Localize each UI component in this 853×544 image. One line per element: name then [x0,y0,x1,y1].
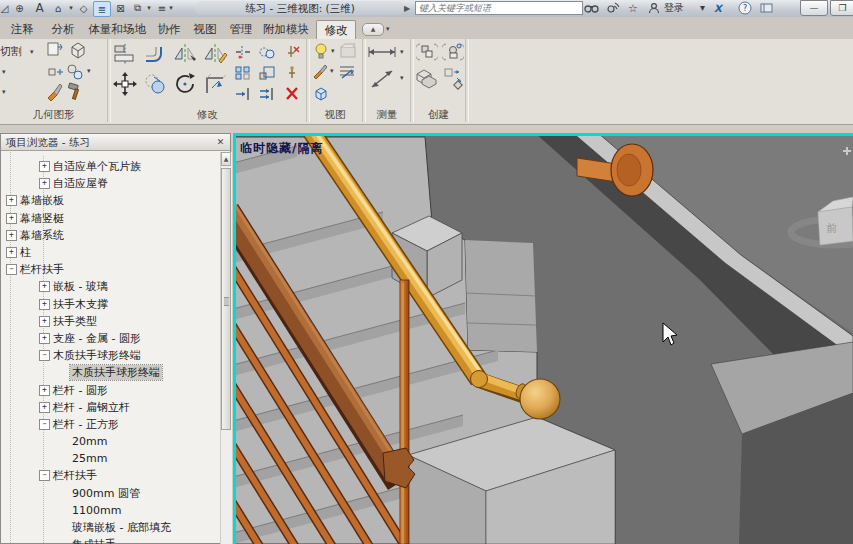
minimize-ribbon-button[interactable]: ▲ [362,23,384,36]
project-browser-header[interactable]: 项目浏览器 - 练习 ✕ [1,134,230,151]
tree-item[interactable]: 900mm 圆管 [1,485,219,502]
tab-annotate[interactable]: 注释 [5,20,39,39]
expand-plus-icon[interactable] [6,213,17,224]
thin-lines-toggle-icon[interactable] [338,63,357,80]
reveal-hidden-lightbulb-icon[interactable] [312,42,330,60]
tab-manage[interactable]: 管理 [224,20,258,39]
exchange-apps-icon[interactable]: X [714,1,730,15]
collapse-minus-icon[interactable] [39,350,50,361]
favorites-star-icon[interactable]: ☆ [628,1,638,15]
scale-icon[interactable] [258,65,276,81]
default-3d-view-caret-icon[interactable] [68,1,74,15]
expand-plus-icon[interactable] [39,402,50,413]
wall-joins-caret-icon[interactable] [87,68,91,75]
cut-geometry-caret-icon[interactable] [30,49,34,56]
tree-item[interactable]: 栏杆 - 正方形 [1,416,219,433]
tab-addins[interactable]: 附加模块 [260,20,312,39]
unpin-icon[interactable] [283,44,301,60]
collapse-minus-icon[interactable] [6,264,17,275]
infocenter-search-input[interactable] [415,1,583,15]
switch-windows-caret-icon[interactable] [146,1,152,15]
demolish-hammer-icon[interactable] [66,81,86,101]
trim-corner-icon[interactable] [203,72,227,96]
tab-modify[interactable]: 修改 [316,20,356,40]
join-caret-icon[interactable] [2,69,6,76]
tab-view[interactable]: 视图 [188,20,222,39]
tree-item[interactable]: 25mm [1,450,219,467]
switch-windows-icon[interactable]: ⧉ [130,1,145,15]
trim-extend-multi-icon[interactable] [258,86,276,102]
tree-item[interactable]: 自适应单个瓦片族 [1,158,219,175]
expand-plus-icon[interactable] [6,195,17,206]
minimize-button[interactable]: — [800,0,828,16]
signin-label[interactable]: 登录 [664,1,684,15]
restore-button[interactable]: ❐ [830,0,853,16]
tree-item[interactable]: 扶手木支撑 [1,296,219,313]
tree-item[interactable]: 幕墙嵌板 [1,192,219,209]
beam-column-joins-icon[interactable] [48,64,64,80]
search-binoculars-icon[interactable] [584,1,599,15]
customize-qat-icon[interactable]: ≡ [156,1,168,15]
viewport-3d[interactable]: 前 [233,133,853,544]
array-icon[interactable] [234,65,252,81]
copy-icon[interactable] [143,72,167,96]
paint-icon[interactable] [45,82,64,101]
rotate-icon[interactable] [173,72,197,96]
trim-extend-single-icon[interactable] [234,86,252,102]
measure-between-refs-icon[interactable] [366,45,398,59]
ball-terminal[interactable] [520,379,560,419]
title-expand-arrow-icon[interactable]: ▶ [404,4,410,13]
linework-brush-icon[interactable] [312,64,329,80]
measure-along-caret-icon[interactable] [400,75,404,82]
tree-item[interactable]: 幕墙系统 [1,227,219,244]
create-group-icon[interactable] [416,42,438,62]
expand-plus-icon[interactable] [39,178,50,189]
ribbon-display-caret-icon[interactable] [386,26,390,33]
measure-along-element-icon[interactable] [368,67,396,91]
pin-icon[interactable] [283,65,301,81]
expand-plus-icon[interactable] [39,385,50,396]
display-constraints-icon[interactable] [339,42,357,60]
default-3d-view-icon[interactable]: ⌂ [50,1,66,15]
tab-analyze[interactable]: 分析 [46,20,80,39]
create-parts-icon[interactable] [442,66,466,90]
tree-item[interactable]: 玻璃嵌板 - 底部填充 [1,519,219,536]
tree-item[interactable]: 集成扶手 [1,536,219,544]
tree-item[interactable]: 栏杆 - 圆形 [1,381,219,398]
tab-massing-site[interactable]: 体量和场地 [84,20,150,39]
measure-caret-icon[interactable] [400,49,404,56]
wall-joins-icon[interactable] [66,63,84,81]
tree-item[interactable]: 栏杆扶手 [1,467,219,484]
tree-item[interactable]: 20mm [1,433,219,450]
thin-lines-icon[interactable]: ≣ [93,1,111,17]
close-icon[interactable]: ✕ [214,136,227,149]
expand-plus-icon[interactable] [39,316,50,327]
scroll-up-icon[interactable]: ▲ [221,152,231,166]
expand-plus-icon[interactable] [6,247,17,258]
communication-center-icon[interactable] [606,1,620,15]
tree-item-selected[interactable]: 木质扶手球形终端 [1,364,219,381]
help-icon[interactable]: ? [738,1,753,15]
create-similar-icon[interactable] [442,42,464,62]
signin-person-icon[interactable] [648,1,660,15]
selection-box-icon[interactable] [312,84,330,102]
collapse-minus-icon[interactable] [39,470,50,481]
reveal-hidden-caret-icon[interactable] [331,48,335,55]
offset-icon[interactable] [142,43,168,65]
mirror-pick-axis-icon[interactable] [172,43,198,65]
scrollbar-thumb[interactable] [221,168,231,430]
delete-icon[interactable] [283,86,301,102]
expand-plus-icon[interactable] [39,333,50,344]
split-gap-icon[interactable] [258,44,276,60]
move-icon[interactable] [113,72,137,96]
collapse-minus-icon[interactable] [39,419,50,430]
text-icon[interactable]: A [32,1,47,15]
cope-icon[interactable] [46,41,64,59]
tree-item[interactable]: 栏杆 - 扁钢立杆 [1,399,219,416]
tab-collaborate[interactable]: 协作 [152,20,186,39]
cut-geometry-label[interactable]: 切割 [0,44,22,59]
tree-item[interactable]: 扶手类型 [1,313,219,330]
tree-item[interactable]: 幕墙竖梃 [1,210,219,227]
create-assembly-icon[interactable] [414,66,438,90]
split-icon[interactable] [234,44,252,60]
